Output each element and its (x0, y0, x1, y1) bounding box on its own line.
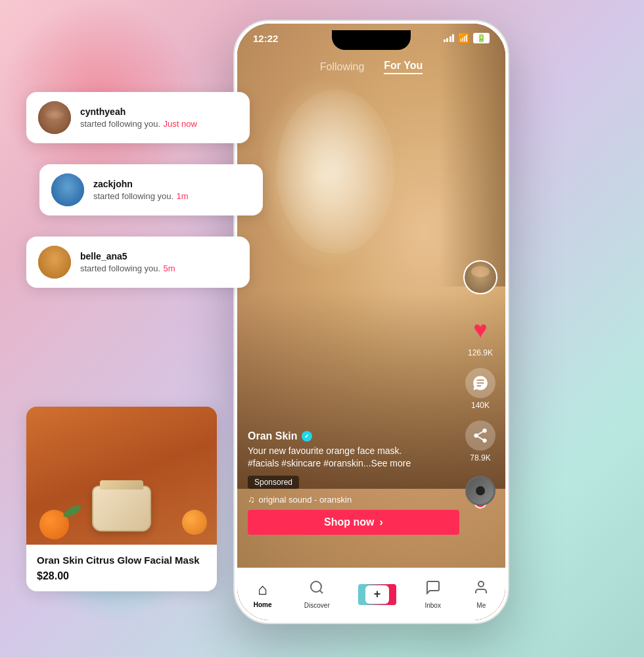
music-text: original sound - oranskin (259, 495, 352, 505)
product-price: $28.00 (37, 570, 206, 582)
discover-icon (309, 579, 325, 599)
notif-username-1: cynthyeah (80, 106, 126, 117)
phone-screen-container: 12:22 📶 🔋 Following (237, 24, 505, 620)
svg-point-2 (478, 581, 484, 587)
create-icon: + (362, 584, 392, 605)
status-bar: 12:22 📶 🔋 (237, 24, 505, 53)
verified-badge: ✓ (302, 431, 312, 442)
share-button[interactable]: 78.9K (465, 420, 495, 463)
share-icon (465, 420, 495, 451)
face-mask-effect (277, 89, 395, 254)
notif-action-2: started following you. (93, 191, 173, 201)
wifi-icon: 📶 (458, 33, 469, 43)
notif-avatar-1 (38, 101, 71, 134)
nav-me[interactable]: Me (473, 579, 489, 609)
notif-time-1: Just now (164, 119, 197, 129)
music-disc-icon (465, 476, 495, 506)
orange-decoration-2 (182, 510, 207, 535)
product-image (26, 407, 217, 545)
creator-avatar-btn[interactable]: + (463, 260, 497, 294)
notif-text-2: zackjohn started following you. 1m (93, 178, 251, 202)
share-count: 78.9K (470, 453, 490, 463)
phone: 12:22 📶 🔋 Following (233, 20, 509, 624)
product-card[interactable]: Oran Skin Citrus Glow Facial Mask $28.00 (26, 407, 217, 592)
nav-inbox[interactable]: Inbox (425, 579, 440, 609)
nav-discover[interactable]: Discover (304, 579, 330, 609)
sponsored-tag: Sponsored (248, 476, 299, 489)
music-note-icon: ♫ (248, 494, 255, 505)
video-screen[interactable]: 12:22 📶 🔋 Following (237, 24, 505, 620)
notif-text-1: cynthyeah started following you. Just no… (80, 106, 238, 129)
music-disc-btn[interactable] (465, 476, 495, 506)
bottom-navigation: ⌂ Home Discover + (237, 568, 505, 620)
music-info: ♫ original sound - oranskin (248, 494, 459, 505)
product-jar (92, 486, 151, 532)
nav-home-label: Home (254, 601, 272, 608)
notification-card-3[interactable]: belle_ana5 started following you. 5m (26, 237, 250, 288)
svg-point-0 (311, 581, 321, 592)
shop-now-button[interactable]: Shop now › (248, 510, 459, 535)
nav-discover-label: Discover (304, 602, 330, 609)
notif-action-1: started following you. (80, 119, 160, 129)
notif-username-3: belle_ana5 (80, 251, 127, 261)
inbox-icon (425, 579, 441, 599)
shop-btn-arrow: › (380, 516, 383, 528)
notification-card-1[interactable]: cynthyeah started following you. Just no… (26, 92, 250, 143)
plus-symbol: + (365, 585, 389, 604)
creator-name: Oran Skin ✓ (248, 430, 459, 442)
like-icon-container: ♥ (465, 314, 496, 346)
product-name: Oran Skin Citrus Glow Facial Mask (37, 554, 206, 567)
nav-inbox-label: Inbox (425, 602, 440, 609)
like-count: 126.9K (468, 348, 493, 357)
creator-avatar-image (465, 261, 496, 293)
home-icon: ⌂ (258, 580, 267, 599)
profile-icon (473, 579, 489, 599)
video-desc-text: Your new favourite orange face mask. (248, 445, 402, 456)
content-area: Oran Skin ✓ Your new favourite orange fa… (248, 430, 459, 535)
video-description: Your new favourite orange face mask. #fa… (248, 445, 459, 470)
notif-avatar-2 (51, 173, 84, 206)
status-icons: 📶 🔋 (444, 33, 490, 43)
battery-icon: 🔋 (473, 33, 490, 43)
nav-home[interactable]: ⌂ Home (254, 580, 272, 608)
notification-card-2[interactable]: zackjohn started following you. 1m (39, 164, 263, 215)
signal-bar-4 (452, 34, 454, 42)
comment-count: 140K (471, 401, 490, 410)
heart-icon: ♥ (473, 318, 487, 342)
notif-time-2: 1m (177, 191, 189, 201)
tab-for-you[interactable]: For You (384, 60, 423, 74)
phone-shell: 12:22 📶 🔋 Following (233, 20, 509, 624)
product-info: Oran Skin Citrus Glow Facial Mask $28.00 (26, 545, 217, 592)
creator-name-text: Oran Skin (248, 430, 298, 442)
tab-following[interactable]: Following (320, 61, 365, 73)
status-time: 12:22 (253, 33, 278, 44)
like-button[interactable]: ♥ 126.9K (465, 314, 496, 357)
shop-btn-label: Shop now (324, 516, 374, 528)
signal-bar-2 (446, 38, 448, 42)
signal-bar-3 (449, 36, 451, 42)
nav-me-label: Me (476, 602, 486, 609)
signal-bar-1 (444, 39, 446, 42)
notif-time-3: 5m (164, 263, 175, 273)
top-navigation: Following For You (237, 53, 505, 81)
nav-create[interactable]: + (362, 584, 392, 605)
notif-avatar-3 (38, 246, 71, 279)
notif-action-3: started following you. (80, 263, 160, 273)
creator-avatar (463, 260, 497, 294)
notif-username-2: zackjohn (93, 179, 133, 189)
comment-icon (465, 368, 495, 398)
comment-button[interactable]: 140K (465, 368, 495, 410)
video-hashtags: #facials #skincare #oranskin...See more (248, 458, 411, 468)
action-bar: + ♥ 126.9K (463, 260, 497, 506)
notif-text-3: belle_ana5 started following you. 5m (80, 250, 238, 274)
svg-line-1 (320, 591, 323, 593)
signal-icon (444, 34, 455, 42)
